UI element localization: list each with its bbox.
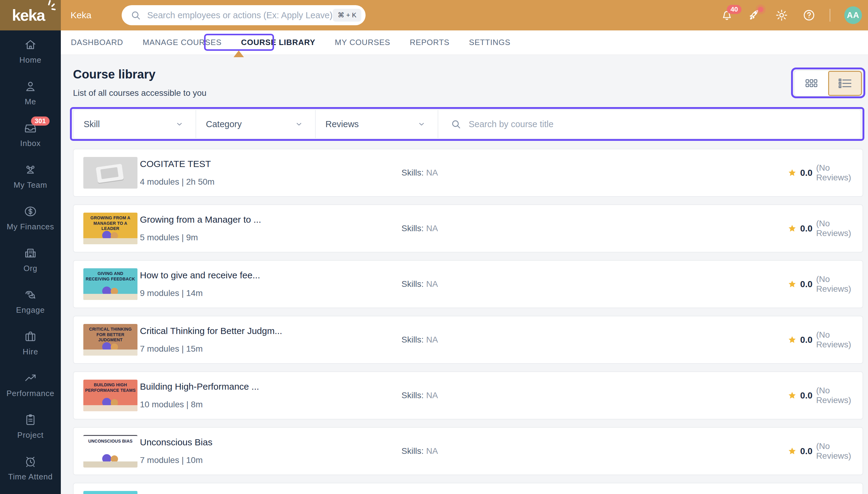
course-list: COGITATE TEST 4 modules | 2h 50m Skills:…	[73, 149, 863, 494]
search-shortcut-chip: ⌘ + K	[333, 9, 361, 22]
course-row-unconscious-bias[interactable]: UNCONSCIOUS BIAS Unconscious Bias 7 modu…	[73, 427, 863, 475]
keka-logo[interactable]: keka	[0, 0, 61, 31]
topbar-actions: 40 AA	[720, 0, 862, 31]
course-thumbnail: BUILDING HIGH PERFORMANCE TEAMS	[83, 380, 137, 411]
settings-button[interactable]	[775, 8, 788, 22]
course-thumbnail: MANAGING A TEAM	[83, 491, 137, 494]
course-skills: Skills:NA	[402, 168, 438, 178]
building-icon	[24, 246, 37, 260]
briefcase-icon	[24, 330, 37, 343]
whats-new-button[interactable]	[748, 8, 761, 22]
keka-lms-app: keka Keka ⌘ + K 40	[0, 0, 868, 494]
course-row-give-receive-feedback[interactable]: GIVING AND RECEIVING FEEDBACK How to giv…	[73, 260, 863, 308]
category-filter-dropdown[interactable]: Category	[196, 110, 316, 138]
course-rating: 0.0(No Reviews)	[788, 386, 863, 405]
list-view-button[interactable]	[828, 71, 862, 96]
course-title[interactable]: Unconscious Bias	[140, 437, 392, 448]
grid-view-icon	[805, 79, 817, 88]
course-row-building-high-performance[interactable]: BUILDING HIGH PERFORMANCE TEAMS Building…	[73, 372, 863, 419]
course-meta: 10 modules | 8m	[140, 400, 392, 410]
app-label: Keka	[71, 0, 91, 31]
topbar: keka Keka ⌘ + K 40	[0, 0, 868, 31]
people-icon	[24, 163, 37, 176]
tab-course-library[interactable]: COURSE LIBRARY	[241, 38, 315, 47]
gear-icon	[775, 9, 788, 22]
sidebar-item-performance[interactable]: Performance	[0, 364, 61, 405]
sidebar-item-home[interactable]: Home	[0, 31, 61, 72]
course-title[interactable]: Building High-Performance ...	[140, 381, 392, 392]
avatar[interactable]: AA	[844, 6, 862, 24]
star-icon	[788, 335, 796, 345]
whats-new-dot	[758, 7, 764, 12]
skill-filter-dropdown[interactable]: Skill	[74, 110, 196, 138]
course-skills: Skills:NA	[402, 446, 438, 456]
dollar-icon	[24, 205, 37, 218]
sidebar-item-org[interactable]: Org	[0, 239, 61, 281]
filter-bar: Skill Category Reviews	[74, 110, 861, 138]
course-title-search	[438, 110, 861, 138]
grid-view-button[interactable]	[794, 71, 828, 96]
person-icon	[24, 80, 37, 93]
search-icon	[450, 119, 461, 130]
course-meta: 9 modules | 14m	[140, 288, 392, 298]
page-title: Course library	[73, 68, 155, 81]
topbar-divider	[830, 9, 830, 22]
sidebar-item-engage[interactable]: Engage	[0, 281, 61, 322]
course-meta: 5 modules | 9m	[140, 233, 392, 243]
keka-logo-text: keka	[12, 6, 45, 24]
page-subtitle: List of all courses accessible to you	[73, 88, 207, 98]
course-thumbnail: GROWING FROM A MANAGER TO A LEADER	[83, 213, 137, 244]
sidebar: Home Me 301 Inbox My Team My Finances Or…	[0, 31, 61, 494]
tab-manage-courses[interactable]: MANAGE COURSES	[143, 38, 222, 47]
sidebar-item-time-attend[interactable]: Time Attend	[0, 447, 61, 489]
course-rating: 0.0(No Reviews)	[788, 441, 863, 461]
course-row-growing-manager[interactable]: GROWING FROM A MANAGER TO A LEADER Growi…	[73, 204, 863, 252]
star-icon	[788, 224, 796, 233]
course-thumbnail: GIVING AND RECEIVING FEEDBACK	[83, 268, 137, 300]
sidebar-item-project[interactable]: Project	[0, 405, 61, 447]
sidebar-item-inbox[interactable]: 301 Inbox	[0, 114, 61, 155]
search-icon	[130, 10, 141, 21]
course-meta: 7 modules | 10m	[140, 455, 392, 465]
course-meta: 7 modules | 15m	[140, 344, 392, 354]
course-rating: 0.0(No Reviews)	[788, 330, 863, 349]
help-button[interactable]	[802, 8, 816, 22]
course-meta: 4 modules | 2h 50m	[140, 177, 392, 187]
tab-my-courses[interactable]: MY COURSES	[335, 38, 390, 47]
chevron-down-icon	[418, 120, 425, 128]
global-search-input[interactable]	[147, 10, 333, 21]
sidebar-item-hire[interactable]: Hire	[0, 322, 61, 364]
tab-dashboard[interactable]: DASHBOARD	[71, 38, 123, 47]
help-icon	[803, 9, 815, 22]
sidebar-item-my-finances[interactable]: My Finances	[0, 197, 61, 239]
course-title[interactable]: How to give and receive fee...	[140, 270, 392, 281]
course-row-critical-thinking[interactable]: CRITICAL THINKING FOR BETTER JUDGMENT Cr…	[73, 316, 863, 364]
sidebar-item-my-team[interactable]: My Team	[0, 155, 61, 197]
course-title[interactable]: Critical Thinking for Better Judgm...	[140, 326, 392, 336]
course-skills: Skills:NA	[402, 391, 438, 400]
notifications-button[interactable]: 40	[720, 8, 734, 22]
course-title[interactable]: COGITATE TEST	[140, 159, 392, 169]
tab-settings[interactable]: SETTINGS	[469, 38, 510, 47]
alarm-icon	[24, 455, 37, 468]
sidebar-item-me[interactable]: Me	[0, 72, 61, 114]
chevron-down-icon	[295, 120, 303, 128]
course-skills: Skills:NA	[402, 279, 438, 289]
course-rating: 0.0(No Reviews)	[788, 274, 863, 294]
notification-count-badge: 40	[727, 5, 741, 14]
reviews-filter-dropdown[interactable]: Reviews	[316, 110, 438, 138]
clipboard-icon	[24, 413, 37, 426]
course-title[interactable]: Growing from a Manager to ...	[140, 214, 392, 225]
course-rating: 0.0(No Reviews)	[788, 163, 863, 183]
star-icon	[788, 391, 796, 400]
chevron-down-icon	[175, 120, 184, 128]
course-row-managing-a-team[interactable]: MANAGING A TEAM Managing a Team	[73, 483, 863, 494]
list-view-icon	[838, 78, 852, 89]
tab-reports[interactable]: REPORTS	[410, 38, 449, 47]
course-thumbnail	[83, 157, 137, 189]
global-search[interactable]: ⌘ + K	[122, 5, 366, 25]
course-row-cogitate-test[interactable]: COGITATE TEST 4 modules | 2h 50m Skills:…	[73, 149, 863, 197]
home-icon	[24, 38, 37, 52]
course-title-search-input[interactable]	[468, 119, 848, 130]
course-thumbnail: CRITICAL THINKING FOR BETTER JUDGMENT	[83, 324, 137, 356]
